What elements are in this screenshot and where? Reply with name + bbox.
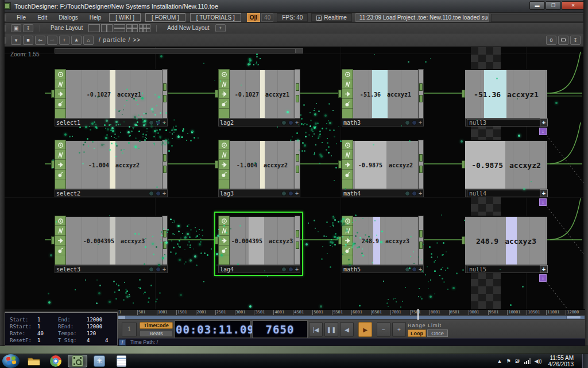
output-connector[interactable] (163, 95, 167, 102)
node-flag-column[interactable] (342, 69, 353, 118)
node-dot-button[interactable] (281, 191, 287, 196)
input-connector[interactable] (462, 236, 465, 244)
output-connector[interactable] (296, 154, 299, 162)
export-flag-icon[interactable] (342, 236, 353, 246)
node-name-bar[interactable]: null5 (465, 265, 547, 273)
purple-export-button[interactable]: ↓ (539, 128, 547, 135)
close-button[interactable]: ✕ (562, 1, 585, 10)
node-viewer[interactable]: -0.004395accxyz3 (230, 216, 295, 265)
node-plus-button[interactable]: + (163, 190, 166, 197)
play-button[interactable]: ▶ (358, 322, 372, 337)
output-connector[interactable] (296, 230, 299, 237)
node-dot-button[interactable] (288, 120, 293, 125)
signal-bars-icon[interactable] (524, 358, 531, 364)
notepad-taskbar-icon[interactable] (111, 355, 131, 367)
node-name[interactable]: lag4 (220, 266, 234, 273)
network-canvas[interactable]: -0.1027accxyz1select1+-0.1027accxyz1lag2… (5, 47, 583, 309)
add-icon[interactable]: + (59, 36, 69, 45)
layout-preset-grid[interactable] (139, 24, 150, 32)
node-name[interactable]: select1 (56, 120, 80, 126)
node-flag-column[interactable] (342, 140, 353, 189)
node-dot-button[interactable] (156, 191, 161, 196)
pin-down-icon[interactable]: ↧ (570, 36, 581, 45)
node-plus-button[interactable]: + (295, 266, 299, 273)
node-viewer[interactable]: 248.9accxyz3 (353, 216, 418, 265)
bypass-flag-icon[interactable] (55, 150, 65, 160)
node-plus-button[interactable]: + (419, 266, 422, 273)
export-flag-icon[interactable] (342, 89, 353, 99)
output-connector[interactable] (419, 230, 423, 237)
slash-icon[interactable]: / (119, 339, 126, 346)
zero-button[interactable]: 0 (546, 36, 556, 45)
bypass-flag-icon[interactable] (219, 150, 229, 160)
input-connector[interactable] (338, 236, 342, 244)
node-name[interactable]: null5 (467, 266, 546, 273)
viewer-flag-icon[interactable] (342, 140, 353, 150)
export-flag-icon[interactable] (219, 236, 229, 246)
node-name[interactable]: math5 (343, 266, 361, 273)
forward-arrow-icon[interactable]: ⇨ (47, 36, 57, 45)
forum-link[interactable]: [ FORUM ] (145, 13, 185, 22)
output-connector[interactable] (163, 230, 167, 237)
node-viewer[interactable]: -1.004accxyz2 (66, 140, 162, 189)
node-select2[interactable]: -1.004accxyz2select2+ (55, 140, 168, 189)
timeline-range-bar[interactable] (118, 315, 585, 320)
node-dot-button[interactable] (281, 120, 287, 125)
star-icon[interactable]: ★ (71, 36, 82, 45)
playhead[interactable] (417, 309, 419, 320)
chrome-taskbar-icon[interactable] (46, 355, 65, 367)
input-connector[interactable] (51, 160, 55, 168)
viewer-flag-icon[interactable] (55, 140, 65, 150)
lock-flag-icon[interactable] (55, 99, 65, 109)
node-plus-button[interactable]: + (419, 120, 422, 126)
node-dot-button[interactable] (405, 191, 410, 196)
export-flag-icon[interactable] (55, 236, 65, 246)
node-lag2[interactable]: -0.1027accxyz1lag2+ (218, 69, 300, 118)
node-math5[interactable]: 248.9accxyz3math5+ (342, 216, 424, 265)
network-path[interactable]: / particle / >> (99, 37, 141, 43)
node-dot-button[interactable] (156, 267, 161, 272)
lock-flag-icon[interactable] (55, 170, 65, 179)
node-dot-button[interactable] (149, 191, 154, 196)
layout-preset-vsplit[interactable] (101, 24, 113, 32)
node-viewer[interactable]: -1.004accxyz2 (230, 140, 295, 189)
output-connector[interactable] (419, 241, 423, 249)
realtime-toggle[interactable]: XRealtime (311, 13, 351, 22)
bypass-flag-icon[interactable] (219, 79, 229, 89)
title-bar[interactable]: TouchDesigner: F:/TouchDesigner/New Syst… (0, 0, 588, 13)
node-output-strip[interactable] (162, 140, 168, 189)
purple-export-button[interactable]: ↓ (539, 198, 547, 206)
node-viewer[interactable]: -0.9875accxyz2 (353, 140, 418, 189)
viewer-flag-icon[interactable] (55, 70, 65, 79)
output-connector[interactable] (163, 154, 167, 162)
node-dot-button[interactable] (156, 120, 161, 125)
node-output-strip[interactable] (162, 69, 168, 118)
node-output-strip[interactable] (295, 140, 300, 189)
home-icon[interactable]: ⌂ (83, 36, 94, 45)
node-flag-column[interactable] (342, 216, 353, 265)
range-end-handle[interactable] (566, 316, 581, 319)
step-back-button[interactable]: ◀ (340, 322, 354, 337)
input-connector[interactable] (51, 236, 55, 244)
export-flag-icon[interactable] (55, 160, 65, 170)
node-flag-column[interactable] (55, 216, 66, 265)
timecode-mode-button[interactable]: TimeCode (140, 322, 173, 329)
lock-flag-icon[interactable] (342, 99, 353, 109)
layout-preset-mixed[interactable] (126, 24, 138, 32)
output-connector[interactable] (163, 83, 167, 91)
wiki-link[interactable]: [ WIKI ] (109, 13, 141, 22)
node-output-strip[interactable] (418, 69, 424, 118)
node-viewer[interactable]: -0.9875accxyz2 (465, 140, 547, 189)
node-dot-button[interactable] (288, 191, 293, 196)
taskbar-clock[interactable]: 11:55 AM 4/26/2013 (548, 355, 574, 367)
input-connector[interactable] (462, 90, 465, 98)
node-lag3[interactable]: -1.004accxyz2lag3+ (218, 140, 300, 189)
lock-flag-icon[interactable] (219, 246, 229, 255)
node-output-strip[interactable] (162, 216, 168, 265)
node-plus-button[interactable]: + (163, 266, 166, 273)
input-connector[interactable] (338, 90, 342, 98)
bypass-flag-icon[interactable] (342, 150, 353, 160)
layout-preset-hsplit[interactable] (114, 24, 125, 32)
touchdesigner-taskbar-icon[interactable] (68, 355, 87, 367)
bypass-flag-icon[interactable] (55, 226, 65, 236)
